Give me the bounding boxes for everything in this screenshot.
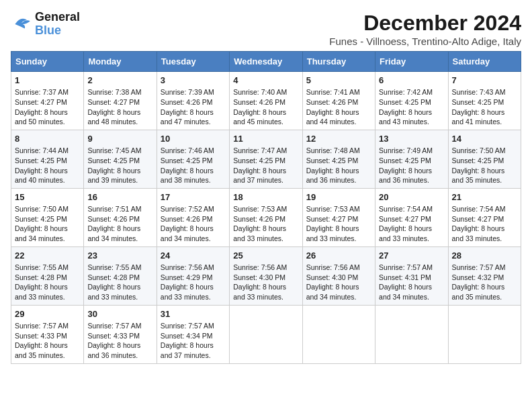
calendar-cell: 26Sunrise: 7:56 AMSunset: 4:30 PMDayligh… <box>302 246 375 305</box>
calendar-cell: 9Sunrise: 7:45 AMSunset: 4:25 PMDaylight… <box>84 130 157 188</box>
calendar-cell: 5Sunrise: 7:41 AMSunset: 4:26 PMDaylight… <box>302 72 375 130</box>
day-number: 8 <box>15 133 80 145</box>
day-number: 5 <box>306 75 371 87</box>
calendar-cell: 18Sunrise: 7:53 AMSunset: 4:26 PMDayligh… <box>230 188 302 246</box>
calendar-cell: 25Sunrise: 7:56 AMSunset: 4:30 PMDayligh… <box>230 246 302 305</box>
day-number: 14 <box>452 133 517 145</box>
calendar-cell: 27Sunrise: 7:57 AMSunset: 4:31 PMDayligh… <box>375 246 448 305</box>
day-number: 15 <box>15 191 80 203</box>
calendar-day-header: Tuesday <box>157 52 229 72</box>
logo: General Blue <box>11 11 80 38</box>
calendar-cell: 1Sunrise: 7:37 AMSunset: 4:27 PMDaylight… <box>11 72 84 130</box>
page-header: General Blue December 2024 Funes - Villn… <box>11 11 521 47</box>
calendar-cell: 30Sunrise: 7:57 AMSunset: 4:33 PMDayligh… <box>84 305 157 363</box>
calendar-week-row: 29Sunrise: 7:57 AMSunset: 4:33 PMDayligh… <box>11 305 521 363</box>
calendar-cell: 20Sunrise: 7:54 AMSunset: 4:27 PMDayligh… <box>375 188 448 246</box>
day-number: 16 <box>87 191 152 203</box>
day-number: 20 <box>379 191 444 203</box>
calendar-cell: 19Sunrise: 7:53 AMSunset: 4:27 PMDayligh… <box>302 188 375 246</box>
calendar-cell: 13Sunrise: 7:49 AMSunset: 4:25 PMDayligh… <box>375 130 448 188</box>
calendar-week-row: 15Sunrise: 7:50 AMSunset: 4:25 PMDayligh… <box>11 188 521 246</box>
day-number: 7 <box>452 75 517 87</box>
calendar-cell: 17Sunrise: 7:52 AMSunset: 4:26 PMDayligh… <box>157 188 229 246</box>
day-number: 10 <box>161 133 226 145</box>
logo-text: General Blue <box>35 11 80 38</box>
calendar-day-header: Thursday <box>302 52 375 72</box>
calendar-cell: 21Sunrise: 7:54 AMSunset: 4:27 PMDayligh… <box>448 188 521 246</box>
calendar-day-header: Friday <box>375 52 448 72</box>
day-number: 30 <box>87 308 152 320</box>
calendar-cell: 29Sunrise: 7:57 AMSunset: 4:33 PMDayligh… <box>11 305 84 363</box>
calendar-day-header: Sunday <box>11 52 84 72</box>
day-number: 25 <box>233 250 298 262</box>
day-number: 19 <box>306 191 371 203</box>
calendar-cell <box>302 305 375 363</box>
logo-icon <box>11 13 32 35</box>
calendar-day-header: Saturday <box>448 52 521 72</box>
day-number: 1 <box>15 75 80 87</box>
calendar-cell: 2Sunrise: 7:38 AMSunset: 4:27 PMDaylight… <box>84 72 157 130</box>
day-number: 12 <box>306 133 371 145</box>
day-number: 6 <box>379 75 444 87</box>
calendar-cell: 6Sunrise: 7:42 AMSunset: 4:25 PMDaylight… <box>375 72 448 130</box>
calendar-cell: 23Sunrise: 7:55 AMSunset: 4:28 PMDayligh… <box>84 246 157 305</box>
calendar-table: SundayMondayTuesdayWednesdayThursdayFrid… <box>11 51 521 364</box>
calendar-cell: 10Sunrise: 7:46 AMSunset: 4:25 PMDayligh… <box>157 130 229 188</box>
page-title: December 2024 <box>329 11 521 36</box>
title-area: December 2024 Funes - Villnoess, Trentin… <box>329 11 521 47</box>
day-number: 18 <box>233 191 298 203</box>
calendar-cell <box>448 305 521 363</box>
day-number: 4 <box>233 75 298 87</box>
day-number: 21 <box>452 191 517 203</box>
day-number: 24 <box>161 250 226 262</box>
day-number: 11 <box>233 133 298 145</box>
calendar-cell: 4Sunrise: 7:40 AMSunset: 4:26 PMDaylight… <box>230 72 302 130</box>
page-subtitle: Funes - Villnoess, Trentino-Alto Adige, … <box>329 36 521 47</box>
calendar-cell: 14Sunrise: 7:50 AMSunset: 4:25 PMDayligh… <box>448 130 521 188</box>
day-number: 23 <box>87 250 152 262</box>
calendar-day-header: Monday <box>84 52 157 72</box>
day-number: 22 <box>15 250 80 262</box>
calendar-cell: 31Sunrise: 7:57 AMSunset: 4:34 PMDayligh… <box>157 305 229 363</box>
calendar-week-row: 22Sunrise: 7:55 AMSunset: 4:28 PMDayligh… <box>11 246 521 305</box>
day-number: 2 <box>87 75 152 87</box>
calendar-cell <box>375 305 448 363</box>
day-number: 31 <box>161 308 226 320</box>
calendar-cell: 7Sunrise: 7:43 AMSunset: 4:25 PMDaylight… <box>448 72 521 130</box>
day-number: 28 <box>452 250 517 262</box>
calendar-cell: 24Sunrise: 7:56 AMSunset: 4:29 PMDayligh… <box>157 246 229 305</box>
calendar-cell: 8Sunrise: 7:44 AMSunset: 4:25 PMDaylight… <box>11 130 84 188</box>
day-number: 26 <box>306 250 371 262</box>
calendar-cell: 11Sunrise: 7:47 AMSunset: 4:25 PMDayligh… <box>230 130 302 188</box>
calendar-cell: 12Sunrise: 7:48 AMSunset: 4:25 PMDayligh… <box>302 130 375 188</box>
day-number: 3 <box>161 75 226 87</box>
calendar-cell: 3Sunrise: 7:39 AMSunset: 4:26 PMDaylight… <box>157 72 229 130</box>
day-number: 27 <box>379 250 444 262</box>
calendar-week-row: 8Sunrise: 7:44 AMSunset: 4:25 PMDaylight… <box>11 130 521 188</box>
day-number: 9 <box>87 133 152 145</box>
calendar-cell: 22Sunrise: 7:55 AMSunset: 4:28 PMDayligh… <box>11 246 84 305</box>
calendar-cell: 16Sunrise: 7:51 AMSunset: 4:26 PMDayligh… <box>84 188 157 246</box>
calendar-day-header: Wednesday <box>230 52 302 72</box>
calendar-header-row: SundayMondayTuesdayWednesdayThursdayFrid… <box>11 52 521 72</box>
calendar-cell <box>230 305 302 363</box>
day-number: 29 <box>15 308 80 320</box>
calendar-week-row: 1Sunrise: 7:37 AMSunset: 4:27 PMDaylight… <box>11 72 521 130</box>
calendar-cell: 15Sunrise: 7:50 AMSunset: 4:25 PMDayligh… <box>11 188 84 246</box>
day-number: 17 <box>161 191 226 203</box>
day-number: 13 <box>379 133 444 145</box>
calendar-body: 1Sunrise: 7:37 AMSunset: 4:27 PMDaylight… <box>11 72 521 364</box>
calendar-cell: 28Sunrise: 7:57 AMSunset: 4:32 PMDayligh… <box>448 246 521 305</box>
